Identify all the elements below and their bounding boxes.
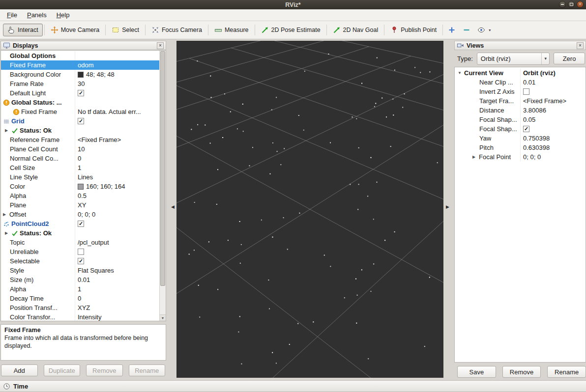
toolbar-separator	[44, 25, 45, 35]
tree-row-alpha[interactable]: Alpha0.5	[1, 191, 166, 200]
minimize-button[interactable]	[559, 1, 566, 8]
expand-arrow[interactable]: ▼	[458, 71, 464, 75]
property-name: Focal Shap...	[479, 125, 517, 133]
tree-row-selectable[interactable]: Selectable✓	[1, 256, 166, 266]
collapse-right-panel-handle[interactable]: ▶	[446, 204, 449, 209]
tree-row-yaw[interactable]: Yaw0.750398	[455, 134, 586, 143]
tree-row-pointcloud2[interactable]: PointCloud2✓	[1, 219, 166, 228]
tree-row-default-light[interactable]: Default Light✓	[1, 88, 166, 98]
tool-focus-camera[interactable]: Focus Camera	[147, 24, 206, 36]
tree-row-plane-cell-count[interactable]: Plane Cell Count10	[1, 144, 166, 154]
property-name: Invert Z Axis	[479, 88, 515, 95]
add-button[interactable]: Add	[1, 364, 38, 376]
checkbox[interactable]	[523, 88, 529, 95]
tree-row-reference-frame[interactable]: Reference Frame<Fixed Frame>	[1, 135, 166, 144]
tool-add-tool[interactable]	[444, 24, 459, 36]
titlebar[interactable]: RViz* ×	[0, 0, 586, 9]
expand-arrow[interactable]: ▶	[5, 231, 11, 235]
tree-row-color-transfor[interactable]: Color Transfor...Intensity	[1, 312, 166, 321]
render-viewport-3d[interactable]	[176, 41, 443, 378]
tree-row-near-clip[interactable]: Near Clip ...0.01	[455, 78, 586, 87]
tree-row-decay-time[interactable]: Decay Time0	[1, 294, 166, 303]
tool-pose-estimate[interactable]: 2D Pose Estimate	[257, 24, 325, 36]
view-type-combobox[interactable]: Orbit (rviz) ▾	[477, 53, 550, 65]
checkbox[interactable]: ✓	[78, 118, 84, 124]
close-displays-panel-button[interactable]: ×	[157, 42, 164, 49]
checkbox[interactable]: ✓	[78, 258, 84, 264]
checkbox[interactable]: ✓	[78, 90, 84, 96]
remove-button[interactable]: Remove	[502, 366, 541, 378]
tree-row-status-ok[interactable]: ▶Status: Ok	[1, 126, 166, 135]
property-name: Status: Ok	[20, 229, 52, 237]
tool-select[interactable]: Select	[107, 24, 144, 36]
tree-row-topic[interactable]: Topic/pcl_output	[1, 238, 166, 247]
rename-button[interactable]: Rename	[547, 366, 586, 378]
displays-panel-header[interactable]: Displays ×	[0, 41, 166, 50]
save-button[interactable]: Save	[457, 366, 496, 378]
tree-row-global-status[interactable]: Global Status: ...	[1, 98, 166, 107]
tree-row-unreliable[interactable]: Unreliable	[1, 247, 166, 256]
tree-row-size-m[interactable]: Size (m)0.01	[1, 275, 166, 284]
checkbox[interactable]	[78, 249, 84, 255]
checkbox[interactable]: ✓	[78, 221, 84, 227]
tool-tool-properties[interactable]: ▾	[474, 24, 494, 36]
tree-row-normal-cell-co[interactable]: Normal Cell Co...0	[1, 154, 166, 163]
views-panel-header[interactable]: Views ×	[454, 41, 586, 50]
tree-row-distance[interactable]: Distance3.80086	[455, 106, 586, 115]
menu-file[interactable]: File	[2, 10, 22, 20]
property-name: Status: Ok	[20, 127, 52, 134]
warning-icon	[3, 99, 11, 106]
time-panel-title: Time	[13, 383, 28, 390]
views-tree: ▼Current ViewOrbit (rviz)Near Clip ...0.…	[454, 67, 586, 363]
collapse-left-panel-handle[interactable]: ◀	[171, 204, 175, 209]
property-value: 3.80086	[523, 107, 546, 114]
tree-row-position-transf[interactable]: Position Transf...XYZ	[1, 303, 166, 312]
maximize-button[interactable]	[568, 1, 575, 8]
menu-help[interactable]: Help	[52, 10, 75, 20]
tree-row-cell-size[interactable]: Cell Size1	[1, 163, 166, 172]
menu-panels[interactable]: Panels	[22, 10, 52, 20]
close-views-panel-button[interactable]: ×	[577, 42, 584, 49]
tree-row-frame-rate[interactable]: Frame Rate30	[1, 79, 166, 88]
toolbar-separator	[105, 25, 106, 35]
tool-publish-point[interactable]: Publish Point	[386, 24, 441, 36]
tree-row-style[interactable]: StyleFlat Squares	[1, 266, 166, 275]
tree-row-line-style[interactable]: Line StyleLines	[1, 172, 166, 182]
tree-row-background-color[interactable]: Background Color48; 48; 48	[1, 70, 166, 79]
tool-interact[interactable]: Interact	[3, 24, 43, 36]
view-type-row: Type: Orbit (rviz) ▾ Zero	[457, 52, 585, 65]
tree-row-focal-shap[interactable]: Focal Shap...✓	[455, 124, 586, 134]
tree-row-focal-point[interactable]: ▶Focal Point0; 0; 0	[455, 152, 586, 162]
tool-label: Interact	[18, 27, 38, 33]
tree-row-global-options[interactable]: Global Options	[1, 51, 166, 60]
tool-move-camera[interactable]: Move Camera	[46, 24, 104, 36]
zero-button[interactable]: Zero	[554, 53, 585, 64]
tree-row-current-view[interactable]: ▼Current ViewOrbit (rviz)	[455, 68, 586, 78]
time-panel-header[interactable]: Time	[0, 380, 586, 392]
tree-row-grid[interactable]: Grid✓	[1, 116, 166, 126]
tree-row-pitch[interactable]: Pitch0.630398	[455, 143, 586, 152]
tree-row-target-fra[interactable]: Target Fra...<Fixed Frame>	[455, 96, 586, 106]
tree-row-fixed-frame[interactable]: Fixed FrameNo tf data. Actual err...	[1, 107, 166, 116]
tree-row-alpha[interactable]: Alpha1	[1, 284, 166, 294]
tool-measure[interactable]: Measure	[210, 24, 253, 36]
tree-row-fixed-frame[interactable]: Fixed Frameodom	[1, 60, 166, 70]
property-name: Position Transf...	[10, 304, 58, 311]
expand-arrow[interactable]: ▶	[5, 128, 11, 133]
grid-lines	[176, 41, 443, 378]
tree-row-focal-shap[interactable]: Focal Shap...0.05	[455, 115, 586, 124]
displays-scrollbar[interactable]: ▼	[159, 51, 166, 321]
scrollbar-down-button[interactable]: ▼	[160, 314, 166, 321]
tool-nav-goal[interactable]: 2D Nav Goal	[328, 24, 383, 36]
expand-arrow[interactable]: ▶	[472, 155, 479, 159]
close-button[interactable]: ×	[577, 1, 584, 8]
expand-arrow[interactable]: ▶	[3, 212, 9, 217]
tree-row-plane[interactable]: PlaneXY	[1, 200, 166, 210]
tree-row-invert-z-axis[interactable]: Invert Z Axis	[455, 87, 586, 96]
tree-row-offset[interactable]: ▶Offset0; 0; 0	[1, 210, 166, 219]
tool-remove-tool[interactable]	[459, 24, 474, 36]
scrollbar-thumb[interactable]	[160, 51, 165, 286]
tree-row-status-ok[interactable]: ▶Status: Ok	[1, 228, 166, 238]
checkbox[interactable]: ✓	[523, 126, 529, 132]
tree-row-color[interactable]: Color160; 160; 164	[1, 182, 166, 191]
